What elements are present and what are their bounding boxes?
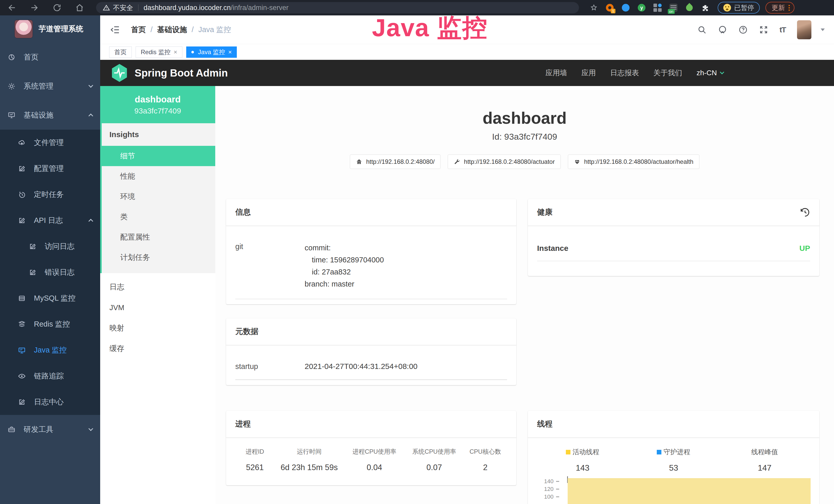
sidebar-item-trace[interactable]: 链路追踪	[0, 363, 100, 389]
paused-chip[interactable]: 已暂停	[718, 2, 760, 14]
instance-id: 93a3fc7f7409	[134, 107, 181, 115]
tab-redis[interactable]: Redis 监控 ×	[136, 46, 182, 58]
sidebar-item-infra[interactable]: 基础设施	[0, 101, 100, 130]
instance-header[interactable]: dashboard 93a3fc7f7409	[100, 86, 215, 123]
breadcrumb-current: Java 监控	[198, 25, 231, 35]
ytick-120: 120	[537, 486, 553, 492]
avatar[interactable]	[797, 20, 811, 39]
app-logo-row[interactable]: 芋道管理系统	[0, 16, 100, 43]
wrench-icon	[454, 158, 460, 165]
spring-boot-admin-logo	[110, 63, 128, 83]
breadcrumb: 首页 / 基础设施 / Java 监控	[131, 25, 231, 35]
browser-forward-icon[interactable]	[30, 3, 39, 12]
sba-side-item-configprops[interactable]: 配置属性	[102, 227, 215, 247]
extension-grid-icon[interactable]	[653, 3, 662, 12]
extensions-puzzle-icon[interactable]	[701, 3, 710, 12]
sba-side-item-env[interactable]: 环境	[102, 186, 215, 207]
active-threads-value: 143	[537, 463, 628, 473]
sba-side-item-logs[interactable]: 日志	[100, 277, 215, 297]
sidebar-item-log-center[interactable]: 日志中心	[0, 389, 100, 415]
sidebar-item-dev-tools[interactable]: 研发工具	[0, 415, 100, 444]
service-url-chip[interactable]: http://192.168.0.2:48080/	[350, 155, 440, 169]
sba-nav-wallboard[interactable]: 应用墙	[546, 68, 567, 78]
sba-side-item-scheduled[interactable]: 计划任务	[102, 247, 215, 268]
extension-badge: 1	[611, 9, 615, 13]
sba-side-item-mappings[interactable]: 映射	[100, 318, 215, 338]
sba-nav-journal[interactable]: 日志报表	[610, 68, 639, 78]
fullscreen-icon[interactable]	[759, 25, 768, 35]
health-instance-row: Instance UP	[537, 244, 810, 261]
tab-home[interactable]: 首页	[109, 46, 132, 58]
browser-back-icon[interactable]	[7, 3, 17, 12]
bookmark-star-icon[interactable]	[589, 3, 598, 12]
sba-side-item-details[interactable]: 细节	[102, 146, 215, 166]
threads-card-title: 线程	[528, 411, 819, 438]
extension-on-icon[interactable]: on	[669, 3, 678, 12]
update-label: 更新	[772, 3, 785, 12]
emoji-face-icon	[723, 4, 731, 12]
sidebar-item-job[interactable]: 定时任务	[0, 182, 100, 207]
process-card-title: 进程	[226, 411, 516, 438]
daemon-threads-value: 53	[628, 463, 719, 473]
sba-side-item-classes[interactable]: 类	[102, 207, 215, 227]
sba-side-item-jvm[interactable]: JVM	[100, 297, 215, 318]
infra-submenu: 文件管理 配置管理 定时任务 API 日志 访问日志 错误日志	[0, 130, 100, 415]
sba-locale-select[interactable]: zh-CN	[697, 69, 724, 77]
actuator-url-chip[interactable]: http://192.168.0.2:48080/actuator	[448, 155, 561, 169]
chevron-down-icon	[88, 83, 93, 88]
github-icon[interactable]	[718, 25, 727, 35]
extension-orange-icon[interactable]: 1	[605, 3, 614, 12]
help-icon[interactable]	[739, 25, 748, 35]
browser-home-icon[interactable]	[75, 3, 84, 12]
sba-nav-about[interactable]: 关于我们	[654, 68, 682, 78]
sidebar-item-config[interactable]: 配置管理	[0, 156, 100, 182]
sba-nav-applications[interactable]: 应用	[581, 68, 596, 78]
sidebar-item-java[interactable]: Java 监控	[0, 337, 100, 363]
sidebar-item-file[interactable]: 文件管理	[0, 130, 100, 156]
git-value: commit: time: 1596289704000 id: 27aa832 …	[305, 242, 384, 290]
chevron-down-icon	[88, 426, 93, 431]
sba-brand[interactable]: Spring Boot Admin	[135, 67, 228, 79]
breadcrumb-home[interactable]: 首页	[131, 25, 146, 35]
sidebar-item-mysql[interactable]: MySQL 监控	[0, 285, 100, 311]
breadcrumb-infra[interactable]: 基础设施	[157, 25, 187, 35]
browser-reload-icon[interactable]	[52, 3, 62, 12]
eye-icon	[18, 372, 26, 380]
sba-side-item-caches[interactable]: 缓存	[100, 338, 215, 359]
edit-doc-icon	[29, 269, 37, 276]
page-title: dashboard	[215, 109, 834, 128]
health-url-chip[interactable]: http://192.168.0.2:48080/actuator/health	[568, 155, 699, 169]
address-bar[interactable]: 不安全 dashboard.yudao.iocoder.cn /infra/ad…	[96, 2, 579, 13]
chevron-up-icon	[88, 113, 93, 118]
browser-update-button[interactable]: 更新	[765, 2, 794, 14]
sidebar-item-error-log[interactable]: 错误日志	[0, 259, 100, 285]
sidebar-fold-icon[interactable]	[110, 25, 120, 35]
timer-icon	[18, 191, 26, 199]
extension-pin-icon[interactable]	[621, 3, 630, 12]
close-icon[interactable]: ×	[228, 48, 232, 56]
search-icon[interactable]	[697, 25, 707, 35]
instance-name: dashboard	[135, 94, 181, 105]
insights-group-label: Insights	[102, 123, 215, 146]
sidebar-item-api-log[interactable]: API 日志	[0, 207, 100, 233]
not-secure-warning-icon[interactable]	[103, 4, 110, 11]
history-icon[interactable]	[800, 207, 810, 217]
tab-java[interactable]: Java 监控 ×	[186, 46, 237, 58]
close-icon[interactable]: ×	[174, 48, 177, 56]
sidebar-item-access-log[interactable]: 访问日志	[0, 233, 100, 259]
edit-doc-icon	[18, 217, 26, 224]
sidebar-item-system[interactable]: 系统管理	[0, 72, 100, 101]
health-card: 健康 Instance UP	[528, 199, 819, 276]
user-caret-icon[interactable]	[821, 28, 825, 31]
font-size-icon[interactable]: tT	[780, 25, 786, 34]
browser-menu-icon[interactable]	[789, 5, 790, 11]
sba-side-item-metrics[interactable]: 性能	[102, 166, 215, 186]
instance-id-line: Id: 93a3fc7f7409	[215, 132, 834, 142]
extension-green-icon[interactable]: y	[637, 3, 646, 12]
sidebar-item-home[interactable]: 首页	[0, 43, 100, 72]
process-id-value: 5261	[235, 463, 274, 472]
sidebar-item-redis[interactable]: Redis 监控	[0, 311, 100, 337]
legend-daemon-threads: 守护进程	[628, 448, 719, 457]
extension-leaf-icon[interactable]	[685, 3, 694, 12]
app-logo	[14, 20, 33, 38]
